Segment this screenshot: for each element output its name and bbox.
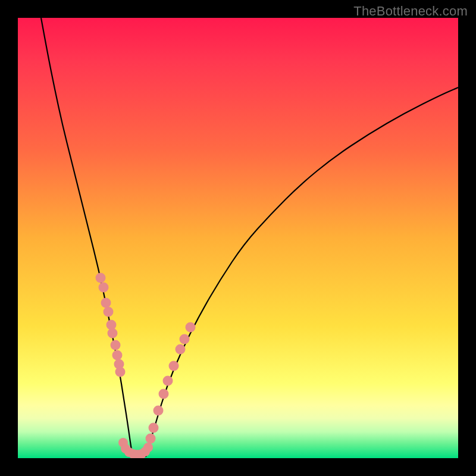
plot-area	[18, 18, 458, 458]
data-dot	[146, 434, 156, 444]
data-dot	[143, 443, 153, 452]
data-dot	[101, 298, 111, 308]
data-dot	[180, 334, 190, 345]
data-dot	[99, 283, 109, 293]
data-dot	[149, 423, 159, 433]
data-dot	[108, 328, 118, 339]
curve-left	[41, 18, 133, 457]
watermark-text: TheBottleneck.com	[353, 4, 468, 19]
data-dot	[111, 340, 121, 350]
data-dot	[104, 307, 114, 317]
data-dot	[96, 273, 106, 283]
data-dot	[154, 406, 164, 416]
data-dot	[115, 367, 126, 377]
data-dot	[186, 322, 196, 333]
data-dot	[112, 350, 123, 361]
curve-right	[146, 87, 458, 457]
chart-frame: TheBottleneck.com	[0, 0, 476, 476]
data-dot	[169, 361, 179, 371]
data-dot	[176, 345, 186, 355]
data-dot	[159, 389, 169, 399]
data-dot	[163, 376, 173, 386]
chart-svg	[18, 18, 458, 458]
bottleneck-curves	[41, 18, 458, 457]
data-dots	[96, 273, 196, 459]
